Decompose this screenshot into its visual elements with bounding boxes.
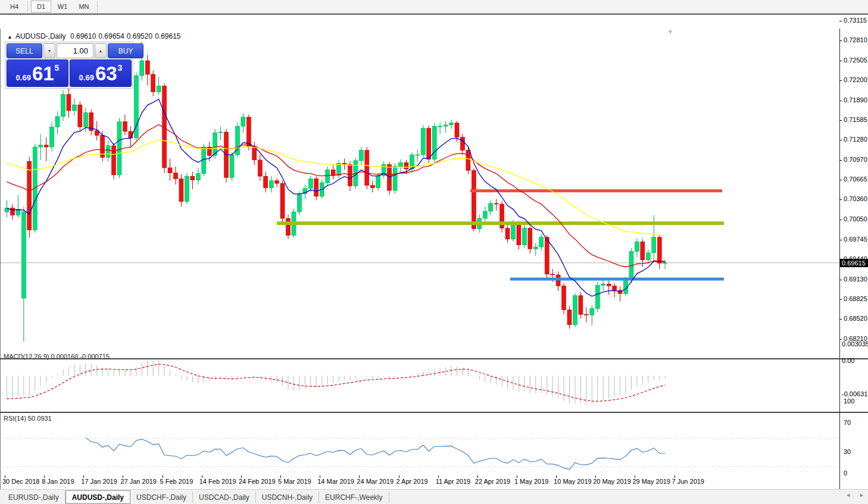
price-axis-label: 0.71585 xyxy=(844,116,867,123)
mt4-window: H4D1W1MN ▲AUDUSD-,Daily 0.696100.696540.… xyxy=(0,0,868,504)
price-axis-tick xyxy=(839,180,842,180)
rsi-axis-label: 70 xyxy=(844,419,851,426)
toolbar-separator xyxy=(97,1,98,12)
price-axis-label: 0.69130 xyxy=(844,276,867,283)
mid-ma xyxy=(7,124,666,267)
toolbar-separator xyxy=(27,1,28,12)
one-click-trading-panel: SELL ▼ ▲ BUY 0.69 61 5 0.69 63 3 xyxy=(5,42,133,89)
price-axis-label: 0.71280 xyxy=(844,136,867,143)
timeframe-button-mn[interactable]: MN xyxy=(74,1,94,12)
price-axis-label: 0.71890 xyxy=(844,96,867,104)
buy-price-prefix: 0.69 xyxy=(79,73,94,82)
date-axis-label: 30 Dec 2018 xyxy=(2,478,39,485)
macd-axis-label: 0.003035 xyxy=(842,340,868,348)
date-axis-label: 29 May 2019 xyxy=(632,478,670,485)
date-axis-label: 10 May 2019 xyxy=(554,478,592,485)
date-axis-label: 24 Mar 2019 xyxy=(357,478,394,485)
buy-price-pip: 3 xyxy=(118,63,123,73)
date-axis-label: 1 May 2019 xyxy=(514,478,548,485)
rsi-axis-label: 100 xyxy=(844,397,854,405)
ohlc-open: 0.69610 xyxy=(70,32,96,40)
timeframe-toolbar: H4D1W1MN xyxy=(0,0,868,14)
rsi-axis-label: 0 xyxy=(844,469,847,477)
price-axis-label: 0.72505 xyxy=(844,57,867,64)
fast-ma xyxy=(7,99,666,296)
sell-price-main: 61 xyxy=(32,64,54,83)
price-axis-tick xyxy=(839,199,842,200)
price-axis-label: 0.70050 xyxy=(844,215,867,223)
date-axis-label: 27 Jan 2019 xyxy=(120,478,157,485)
date-axis-label: 17 Jan 2019 xyxy=(81,478,117,485)
date-axis-label: 14 Mar 2019 xyxy=(317,478,354,485)
date-axis-label: 20 May 2019 xyxy=(593,478,631,485)
date-axis-label: 7 Jun 2019 xyxy=(672,478,704,485)
tab-scroll-left-icon[interactable]: ◄ xyxy=(845,492,851,498)
sell-price-box[interactable]: 0.69 61 5 xyxy=(7,60,68,87)
chart-tab-eurusd[interactable]: EURUSD-,Daily xyxy=(2,492,65,503)
ohlc-low: 0.69520 xyxy=(127,32,152,40)
chart-title: ▲AUDUSD-,Daily 0.696100.696540.695200.69… xyxy=(7,32,183,40)
chart-symbol-label: AUDUSD-,Daily xyxy=(15,32,66,40)
price-axis-tick xyxy=(839,40,842,41)
date-axis-label: 14 Feb 2019 xyxy=(199,478,236,485)
price-axis-label: 0.70665 xyxy=(844,176,867,183)
support-line[interactable] xyxy=(510,277,724,280)
price-chart-plot[interactable] xyxy=(0,29,839,490)
date-axis-label: 22 Apr 2019 xyxy=(475,478,510,485)
price-axis-label: 0.70970 xyxy=(844,156,867,163)
collapse-trade-panel-icon[interactable]: ▲ xyxy=(7,34,13,40)
date-axis-label: 8 Jan 2019 xyxy=(42,478,74,485)
chart-tab-eurchf[interactable]: EURCHF-,Weekly xyxy=(319,492,389,503)
price-axis-label: 0.69440 xyxy=(844,255,867,262)
price-axis-tick xyxy=(839,120,842,121)
breakdown-line[interactable] xyxy=(277,221,724,225)
sell-price-prefix: 0.69 xyxy=(16,73,31,82)
resistance-line[interactable] xyxy=(470,189,722,192)
price-axis-label: 0.68520 xyxy=(844,315,867,322)
pane-separator[interactable] xyxy=(0,358,868,359)
price-axis-tick xyxy=(839,240,842,240)
buy-button[interactable]: BUY xyxy=(108,43,143,58)
chart-window[interactable]: ▲AUDUSD-,Daily 0.696100.696540.695200.69… xyxy=(0,14,868,489)
timeframe-button-d1[interactable]: D1 xyxy=(31,1,51,12)
buy-price-box[interactable]: 0.69 63 3 xyxy=(70,60,132,87)
chart-tab-audusd[interactable]: AUDUSD-,Daily xyxy=(65,490,130,504)
chart-tab-usdchf[interactable]: USDCHF-,Daily xyxy=(130,492,193,503)
chart-shift-marker-icon[interactable]: ▼ xyxy=(667,29,673,35)
chart-tab-bar: EURUSD-,DailyAUDUSD-,DailyUSDCHF-,DailyU… xyxy=(0,489,868,504)
price-axis-tick xyxy=(839,259,842,260)
timeframe-button-h4[interactable]: H4 xyxy=(4,1,24,12)
chart-tab-usdcnh[interactable]: USDCNH-,Daily xyxy=(256,492,319,503)
rsi-axis-label: 30 xyxy=(844,448,851,455)
date-axis-label: 11 Apr 2019 xyxy=(436,478,471,485)
timeframe-button-w1[interactable]: W1 xyxy=(52,1,73,12)
date-axis-label: 2 Apr 2019 xyxy=(396,478,428,485)
rsi-value: 50.0931 xyxy=(28,415,52,422)
date-axis-label: 24 Feb 2019 xyxy=(239,478,276,485)
macd-axis-label: 0.00 xyxy=(842,357,854,364)
price-axis-tick xyxy=(839,339,842,340)
price-axis-tick xyxy=(839,61,842,61)
price-axis-tick xyxy=(839,319,842,320)
chart-tab-usdcad[interactable]: USDCAD-,Daily xyxy=(193,492,256,503)
price-axis-label: 0.73115 xyxy=(844,17,867,24)
macd-axis-label: -0.00631 xyxy=(842,390,867,397)
ohlc-high: 0.69654 xyxy=(98,32,124,40)
price-axis-tick xyxy=(839,220,842,220)
price-axis-tick xyxy=(839,101,842,101)
price-axis-label: 0.70360 xyxy=(844,195,867,202)
volume-increase-button[interactable]: ▲ xyxy=(95,43,107,58)
price-axis-label: 0.72810 xyxy=(844,36,867,43)
ohlc-close: 0.69615 xyxy=(155,32,180,40)
pane-separator[interactable] xyxy=(0,412,868,413)
price-axis-tick xyxy=(839,160,842,161)
date-axis-label: 5 Mar 2019 xyxy=(278,478,311,485)
price-axis-label: 0.72200 xyxy=(844,76,867,83)
rsi-label: RSI(14) 50.0931 xyxy=(4,415,52,422)
sell-button[interactable]: SELL xyxy=(7,43,42,58)
volume-input[interactable] xyxy=(57,43,93,58)
date-axis-label: 5 Feb 2019 xyxy=(160,478,193,485)
tab-scroll-right-icon[interactable]: ► xyxy=(859,492,864,498)
price-axis-label: 0.68825 xyxy=(844,295,867,302)
volume-decrease-button[interactable]: ▼ xyxy=(43,43,55,58)
